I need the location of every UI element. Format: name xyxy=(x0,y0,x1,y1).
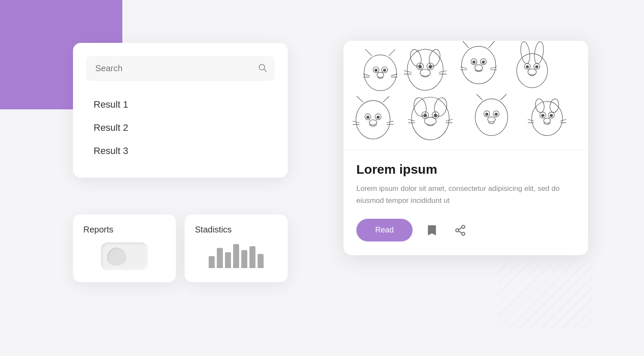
svg-point-23 xyxy=(429,65,432,68)
svg-point-66 xyxy=(424,114,427,117)
bar xyxy=(241,250,247,268)
bar xyxy=(225,252,231,268)
search-input[interactable] xyxy=(86,56,275,81)
statistics-visual xyxy=(195,242,277,268)
svg-point-79 xyxy=(495,113,498,115)
svg-point-78 xyxy=(486,113,488,115)
article-body: Lorem ipsum dolor sit amet, consectetur … xyxy=(356,183,575,207)
search-card: Result 1 Result 2 Result 3 xyxy=(73,43,288,178)
search-icon xyxy=(258,63,267,74)
svg-line-96 xyxy=(459,231,462,233)
svg-point-87 xyxy=(550,114,553,117)
left-panel: Result 1 Result 2 Result 3 xyxy=(73,43,288,178)
article-content: Lorem ipsum Lorem ipsum dolor sit amet, … xyxy=(343,150,588,255)
share-button[interactable] xyxy=(451,221,469,239)
bar xyxy=(249,246,255,268)
svg-point-54 xyxy=(367,116,369,118)
article-card: Lorem ipsum Lorem ipsum dolor sit amet, … xyxy=(343,41,588,255)
svg-rect-4 xyxy=(344,41,588,150)
svg-line-97 xyxy=(459,227,462,229)
svg-point-34 xyxy=(473,61,475,63)
result-item-2[interactable]: Result 2 xyxy=(89,116,271,139)
result-item-1[interactable]: Result 1 xyxy=(89,93,271,116)
bar xyxy=(258,254,264,268)
reports-title: Reports xyxy=(83,225,113,235)
bar xyxy=(209,256,215,268)
svg-point-47 xyxy=(535,66,538,68)
statistics-card: Stadistics xyxy=(185,214,288,282)
svg-point-67 xyxy=(434,114,437,117)
reports-shape xyxy=(101,242,148,270)
result-item-3[interactable]: Result 3 xyxy=(89,139,271,163)
article-actions: Read xyxy=(356,219,575,241)
diagonal-decoration xyxy=(498,262,592,330)
svg-point-86 xyxy=(541,114,544,117)
bar-chart xyxy=(209,242,264,268)
bar xyxy=(233,244,239,268)
svg-point-11 xyxy=(383,69,386,72)
reports-visual xyxy=(83,242,166,270)
bar xyxy=(217,248,223,268)
svg-point-22 xyxy=(419,65,422,68)
bookmark-button[interactable] xyxy=(423,221,441,239)
statistics-title: Stadistics xyxy=(195,225,232,235)
article-title: Lorem ipsum xyxy=(356,162,575,177)
svg-line-3 xyxy=(264,69,266,71)
results-list: Result 1 Result 2 Result 3 xyxy=(86,93,275,163)
svg-point-46 xyxy=(526,66,529,68)
bottom-cards: Reports Stadistics xyxy=(73,214,288,282)
article-image xyxy=(343,41,588,150)
search-input-wrapper xyxy=(86,56,275,81)
svg-point-10 xyxy=(375,69,377,72)
svg-point-35 xyxy=(482,61,485,63)
svg-rect-1 xyxy=(498,262,592,330)
read-button[interactable]: Read xyxy=(356,219,413,241)
reports-card: Reports xyxy=(73,214,176,282)
svg-point-55 xyxy=(377,116,380,118)
